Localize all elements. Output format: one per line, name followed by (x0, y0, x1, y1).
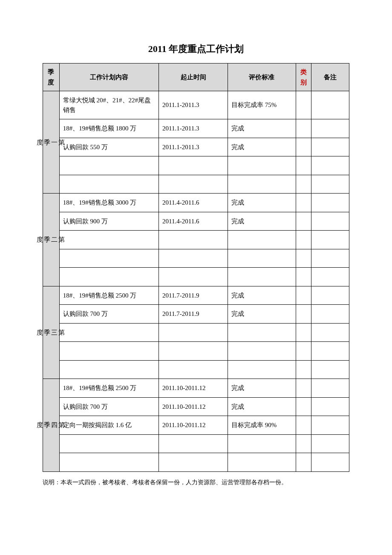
cell-time (159, 156, 228, 175)
cell-eval: 目标完成率 75% (228, 91, 296, 119)
cell-eval: 完成 (228, 194, 296, 212)
cell-remark (311, 416, 349, 435)
cell-content (59, 434, 159, 453)
cell-time: 2011.7-2011.9 (159, 305, 228, 324)
cell-content: 定向一期按揭回款 1.6 亿 (59, 416, 159, 435)
cell-type (296, 286, 311, 305)
cell-time: 2011.10-2011.12 (159, 379, 228, 398)
cell-content (59, 156, 159, 175)
header-remark: 备注 (311, 64, 349, 91)
cell-content (59, 249, 159, 268)
cell-time (159, 323, 228, 342)
cell-eval (228, 268, 296, 286)
cell-content: 18#、19#销售总额 2500 万 (59, 286, 159, 305)
cell-remark (311, 231, 349, 249)
table-row: 认购回款 700 万2011.7-2011.9完成 (43, 305, 349, 324)
cell-time (159, 434, 228, 453)
cell-remark (311, 138, 349, 156)
cell-eval: 完成 (228, 286, 296, 305)
cell-remark (311, 360, 349, 379)
cell-type (296, 305, 311, 324)
cell-eval: 目标完成率 90% (228, 416, 296, 435)
cell-type (296, 231, 311, 249)
cell-type (296, 156, 311, 175)
cell-eval: 完成 (228, 138, 296, 156)
cell-content: 18#、19#销售总额 1800 万 (59, 119, 159, 138)
cell-remark (311, 268, 349, 286)
table-row: 定向一期按揭回款 1.6 亿2011.10-2011.12目标完成率 90% (43, 416, 349, 435)
cell-eval: 完成 (228, 397, 296, 416)
table-row (43, 268, 349, 286)
cell-remark (311, 194, 349, 212)
table-row (43, 434, 349, 453)
cell-remark (311, 305, 349, 324)
quarter-label-cell: 第一季度 (43, 91, 60, 194)
cell-time (159, 453, 228, 472)
quarter-label-cell: 第二季度 (43, 194, 60, 286)
cell-remark (311, 175, 349, 194)
cell-content: 18#、19#销售总额 2500 万 (59, 379, 159, 398)
cell-content (59, 268, 159, 286)
cell-time: 2011.10-2011.12 (159, 397, 228, 416)
table-row (43, 249, 349, 268)
header-type: 类别 (296, 64, 311, 91)
cell-content: 认购回款 550 万 (59, 138, 159, 156)
cell-eval (228, 175, 296, 194)
cell-content (59, 360, 159, 379)
cell-time (159, 231, 228, 249)
cell-content: 认购回款 700 万 (59, 305, 159, 324)
table-row (43, 323, 349, 342)
cell-type (296, 379, 311, 398)
cell-type (296, 453, 311, 472)
table-row: 认购回款 550 万2011.1-2011.3完成 (43, 138, 349, 156)
cell-content: 认购回款 700 万 (59, 397, 159, 416)
cell-remark (311, 379, 349, 398)
cell-type (296, 91, 311, 119)
cell-content (59, 323, 159, 342)
cell-type (296, 397, 311, 416)
cell-content: 18#、19#销售总额 3000 万 (59, 194, 159, 212)
cell-time (159, 249, 228, 268)
quarter-label-cell: 第四季度 (43, 379, 60, 472)
cell-time: 2011.1-2011.3 (159, 138, 228, 156)
cell-remark (311, 342, 349, 361)
cell-content: 认购回款 900 万 (59, 212, 159, 231)
header-content: 工作计划内容 (59, 64, 159, 91)
cell-time (159, 268, 228, 286)
cell-eval (228, 434, 296, 453)
cell-type (296, 119, 311, 138)
header-time: 起止时间 (159, 64, 228, 91)
cell-time: 2011.4-2011.6 (159, 194, 228, 212)
table-row: 认购回款 700 万2011.10-2011.12完成 (43, 397, 349, 416)
cell-content (59, 231, 159, 249)
cell-eval (228, 249, 296, 268)
cell-eval (228, 453, 296, 472)
cell-eval (228, 360, 296, 379)
cell-time: 2011.7-2011.9 (159, 286, 228, 305)
table-row (43, 342, 349, 361)
table-header-row: 季度 工作计划内容 起止时间 评价标准 类别 备注 (43, 64, 349, 91)
cell-time: 2011.10-2011.12 (159, 416, 228, 435)
cell-remark (311, 453, 349, 472)
cell-eval: 完成 (228, 119, 296, 138)
cell-type (296, 175, 311, 194)
cell-remark (311, 249, 349, 268)
cell-time (159, 342, 228, 361)
cell-eval: 完成 (228, 212, 296, 231)
table-row: 第一季度常绿大悦城 20#、21#、22#尾盘销售2011.1-2011.3目标… (43, 91, 349, 119)
work-plan-table: 季度 工作计划内容 起止时间 评价标准 类别 备注 第一季度常绿大悦城 20#、… (43, 63, 349, 472)
cell-remark (311, 286, 349, 305)
table-row: 第三季度18#、19#销售总额 2500 万2011.7-2011.9完成 (43, 286, 349, 305)
cell-content: 常绿大悦城 20#、21#、22#尾盘销售 (59, 91, 159, 119)
cell-eval (228, 342, 296, 361)
cell-type (296, 360, 311, 379)
cell-remark (311, 323, 349, 342)
cell-time: 2011.1-2011.3 (159, 91, 228, 119)
table-row (43, 360, 349, 379)
cell-type (296, 194, 311, 212)
cell-content (59, 175, 159, 194)
table-row: 第四季度18#、19#销售总额 2500 万2011.10-2011.12完成 (43, 379, 349, 398)
cell-type (296, 416, 311, 435)
cell-remark (311, 397, 349, 416)
cell-time (159, 175, 228, 194)
